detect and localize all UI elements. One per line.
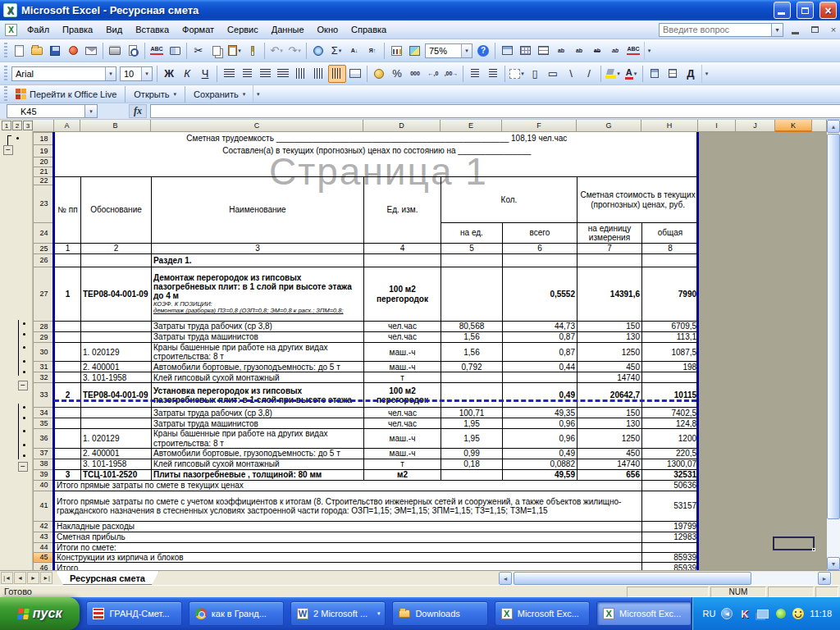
cell-A26[interactable] bbox=[55, 254, 81, 267]
cell-D38[interactable]: т bbox=[364, 459, 441, 469]
cell-D36[interactable]: маш.-ч bbox=[364, 429, 441, 448]
column-header-K-selected[interactable]: K bbox=[775, 120, 812, 132]
column-header-F[interactable]: F bbox=[502, 120, 577, 132]
cell-G34[interactable]: 150 bbox=[578, 408, 642, 418]
row-header-31[interactable]: 31 bbox=[34, 362, 55, 372]
toolbar-options-icon[interactable]: ▾ bbox=[644, 42, 654, 60]
cell-B32[interactable]: 3. 101-1958 bbox=[81, 372, 152, 383]
cell-D35[interactable]: чел.час bbox=[364, 418, 441, 429]
cell-H30[interactable]: 1087,5 bbox=[642, 343, 699, 362]
paste-icon[interactable]: ▾ bbox=[226, 42, 244, 60]
cell-E27[interactable] bbox=[441, 267, 503, 322]
cell-H46[interactable]: 85939 bbox=[642, 563, 699, 570]
redo-icon[interactable]: ↷▾ bbox=[285, 42, 304, 60]
cell-H27[interactable]: 7990 bbox=[642, 267, 699, 322]
menu-tools[interactable]: Сервис bbox=[221, 22, 265, 37]
minimize-button[interactable] bbox=[774, 2, 791, 19]
menu-window[interactable]: Окно bbox=[311, 22, 345, 37]
cell-D27[interactable]: 100 м2 перегородок bbox=[364, 267, 441, 322]
cell-H32[interactable] bbox=[642, 372, 699, 383]
cell-E33[interactable] bbox=[441, 383, 503, 408]
cell-E32[interactable] bbox=[441, 372, 503, 383]
column-header-D[interactable]: D bbox=[363, 120, 441, 132]
cell-B30[interactable]: 1. 020129 bbox=[81, 343, 152, 362]
decrease-decimal-icon[interactable]: ,00→ bbox=[442, 65, 460, 83]
cell-C29[interactable]: Затраты труда машинистов bbox=[152, 332, 364, 343]
sheet-tab-resursnaya-smeta[interactable]: Ресурсная смета bbox=[56, 571, 159, 585]
sort-ascending-icon[interactable]: А↓ bbox=[345, 42, 363, 60]
cell-F28[interactable]: 44,73 bbox=[503, 322, 578, 332]
horizontal-border-icon[interactable]: ▭ bbox=[544, 65, 562, 83]
cell-B37[interactable]: 2. 400001 bbox=[81, 448, 152, 459]
row-header-26[interactable]: 26 bbox=[34, 254, 55, 267]
cell-H41[interactable]: 53157 bbox=[642, 491, 699, 521]
freeze-panes-icon[interactable] bbox=[498, 42, 516, 60]
insert-function-icon[interactable]: fx bbox=[129, 104, 147, 118]
cell-B29[interactable] bbox=[81, 332, 152, 343]
cell-E22-qty[interactable]: Кол. bbox=[441, 177, 578, 223]
open-icon[interactable] bbox=[28, 42, 46, 60]
menu-data[interactable]: Данные bbox=[265, 22, 311, 37]
cell-G25[interactable]: 7 bbox=[578, 244, 642, 254]
cell-A25[interactable]: 1 bbox=[55, 244, 81, 254]
cell-A45[interactable]: Конструкции из кирпича и блоков bbox=[55, 552, 642, 562]
cell-H28[interactable]: 6709,5 bbox=[642, 322, 699, 332]
office-live-save-button[interactable]: Сохранить▾ bbox=[188, 88, 251, 101]
doc-close-icon[interactable]: × bbox=[827, 24, 840, 36]
text-vertical-icon[interactable] bbox=[292, 65, 310, 83]
row-header-20[interactable]: 20 bbox=[34, 158, 55, 167]
cell-A46[interactable]: Итого bbox=[55, 563, 642, 570]
toolbar-grip[interactable] bbox=[4, 86, 7, 103]
cell-D25[interactable]: 4 bbox=[364, 244, 441, 254]
cell-H31[interactable]: 198 bbox=[642, 362, 699, 372]
horizontal-scrollbar[interactable]: ◄ ► bbox=[499, 572, 832, 585]
cell-D29[interactable]: чел.час bbox=[364, 332, 441, 343]
cell-H45[interactable]: 85939 bbox=[642, 552, 699, 562]
font-color-icon[interactable]: A▾ bbox=[622, 65, 640, 83]
cell-F34[interactable]: 49,35 bbox=[503, 408, 578, 418]
cell-G36[interactable]: 1250 bbox=[578, 429, 642, 448]
menu-format[interactable]: Формат bbox=[176, 22, 221, 37]
insert-cells-icon[interactable] bbox=[646, 65, 664, 83]
cell-F24[interactable]: всего bbox=[503, 223, 578, 244]
cell-H39[interactable]: 32531 bbox=[642, 469, 699, 480]
strike-text-icon[interactable]: ab bbox=[588, 42, 606, 60]
taskbar-clock[interactable]: 11:18 bbox=[810, 609, 832, 619]
cell-H33[interactable]: 10115 bbox=[642, 383, 699, 408]
scroll-down-icon[interactable]: ▼ bbox=[827, 557, 840, 570]
doc-restore-icon[interactable] bbox=[808, 24, 821, 36]
cell-H29[interactable]: 113,1 bbox=[642, 332, 699, 343]
row-header-37[interactable]: 37 bbox=[34, 448, 55, 459]
cell-A44[interactable]: Итоги по смете: bbox=[55, 542, 642, 552]
fill-color-icon[interactable]: ▾ bbox=[604, 65, 622, 83]
cell-F39[interactable]: 49,59 bbox=[503, 469, 578, 480]
cell-D26[interactable] bbox=[364, 254, 441, 267]
row-header-23[interactable]: 23 bbox=[34, 185, 55, 223]
row-header-41[interactable]: 41 bbox=[34, 491, 55, 521]
cell-F29[interactable]: 0,87 bbox=[503, 332, 578, 343]
cell-H42[interactable]: 19799 bbox=[642, 521, 699, 532]
align-left-icon[interactable] bbox=[220, 65, 238, 83]
row-header-21[interactable]: 21 bbox=[34, 167, 55, 177]
cell-G28[interactable]: 150 bbox=[578, 322, 642, 332]
merge-text-icon[interactable]: ab bbox=[570, 42, 588, 60]
row-header-32[interactable]: 32 bbox=[34, 372, 55, 383]
cell-C32[interactable]: Клей гипсовый сухой монтажный bbox=[152, 372, 364, 383]
align-center-icon[interactable] bbox=[238, 65, 256, 83]
cell-A33[interactable]: 2 bbox=[55, 383, 81, 408]
cell-E28[interactable]: 80,568 bbox=[441, 322, 503, 332]
row-header-35[interactable]: 35 bbox=[34, 418, 55, 429]
text-rotate-up-icon[interactable] bbox=[310, 65, 328, 83]
cell-B35[interactable] bbox=[81, 418, 152, 429]
cell-B36[interactable]: 1. 020129 bbox=[81, 429, 152, 448]
cell-D22-unit[interactable]: Ед. изм. bbox=[364, 177, 441, 244]
format-painter-icon[interactable] bbox=[244, 42, 262, 60]
first-sheet-icon[interactable]: |◄ bbox=[1, 572, 13, 584]
cell-C37[interactable]: Автомобили бортовые, грузоподъемность: д… bbox=[152, 448, 364, 459]
cell-A20[interactable] bbox=[55, 158, 699, 167]
office-live-go-button[interactable]: Перейти к Office Live bbox=[10, 87, 122, 101]
cell-A28[interactable] bbox=[55, 322, 81, 332]
row-header-30[interactable]: 30 bbox=[34, 343, 55, 362]
last-sheet-icon[interactable]: ►| bbox=[40, 572, 52, 584]
spelling-icon[interactable]: ABC bbox=[148, 42, 166, 60]
